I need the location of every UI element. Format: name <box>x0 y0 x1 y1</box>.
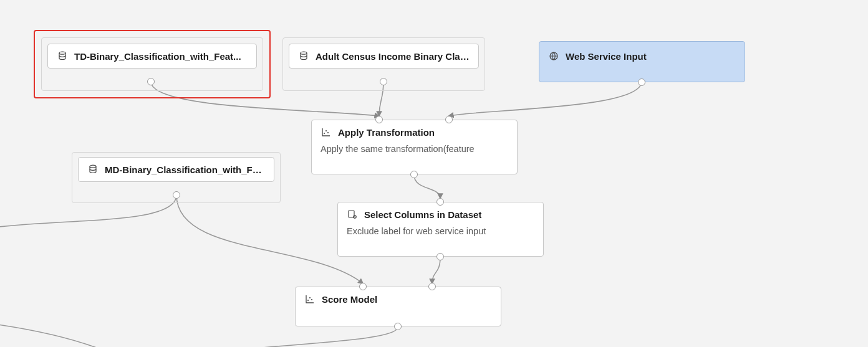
node-subtitle: Apply the same transformation(feature <box>321 144 508 154</box>
dataset-gear-icon <box>347 209 358 220</box>
svg-point-9 <box>307 300 309 301</box>
node-title: MD-Binary_Classification_with_Fea... <box>105 164 265 175</box>
node-score-model[interactable]: Score Model <box>295 287 501 326</box>
scatter-icon <box>304 293 316 305</box>
database-icon <box>298 50 309 62</box>
node-web-service-input[interactable]: Web Service Input <box>539 41 745 82</box>
node-title: Web Service Input <box>566 51 647 62</box>
node-title: TD-Binary_Classification_with_Feat... <box>74 51 241 62</box>
svg-point-3 <box>90 165 96 168</box>
svg-point-6 <box>327 132 329 133</box>
node-title: Score Model <box>322 294 377 305</box>
port-out-md-dataset[interactable] <box>173 191 180 199</box>
port-out-select-columns[interactable] <box>436 253 444 260</box>
port-in-score-model-2[interactable] <box>428 283 436 290</box>
database-icon <box>57 50 68 62</box>
node-subtitle: Exclude label for web service input <box>347 226 534 236</box>
node-title: Apply Transformation <box>338 127 435 138</box>
port-out-score-model[interactable] <box>394 323 402 330</box>
svg-point-1 <box>301 52 307 54</box>
node-title: Select Columns in Dataset <box>364 209 481 220</box>
node-apply-transformation[interactable]: Apply Transformation Apply the same tran… <box>311 120 518 174</box>
svg-point-10 <box>309 297 311 298</box>
port-out-apply-transformation[interactable] <box>410 171 418 178</box>
scatter-icon <box>321 126 332 138</box>
globe-icon <box>548 50 559 62</box>
port-out-td-dataset[interactable] <box>147 78 155 85</box>
port-out-web-service-input[interactable] <box>638 78 645 86</box>
svg-point-11 <box>311 299 312 300</box>
node-td-dataset[interactable]: TD-Binary_Classification_with_Feat... <box>47 44 257 69</box>
port-in-apply-transformation-1[interactable] <box>375 116 383 123</box>
node-select-columns[interactable]: Select Columns in Dataset Exclude label … <box>337 202 544 257</box>
port-in-select-columns[interactable] <box>436 198 444 206</box>
node-md-dataset[interactable]: MD-Binary_Classification_with_Fea... <box>78 157 274 182</box>
database-icon <box>87 164 99 175</box>
svg-point-5 <box>326 130 327 131</box>
port-in-score-model-1[interactable] <box>359 283 367 290</box>
node-title: Adult Census Income Binary Classi... <box>316 51 470 62</box>
node-adult-census[interactable]: Adult Census Income Binary Classi... <box>289 44 479 69</box>
svg-point-0 <box>59 52 65 54</box>
pipeline-canvas[interactable]: TD-Binary_Classification_with_Feat... Ad… <box>0 0 868 347</box>
svg-point-4 <box>324 133 325 134</box>
port-in-apply-transformation-2[interactable] <box>445 116 453 123</box>
port-out-adult-census[interactable] <box>380 78 387 85</box>
